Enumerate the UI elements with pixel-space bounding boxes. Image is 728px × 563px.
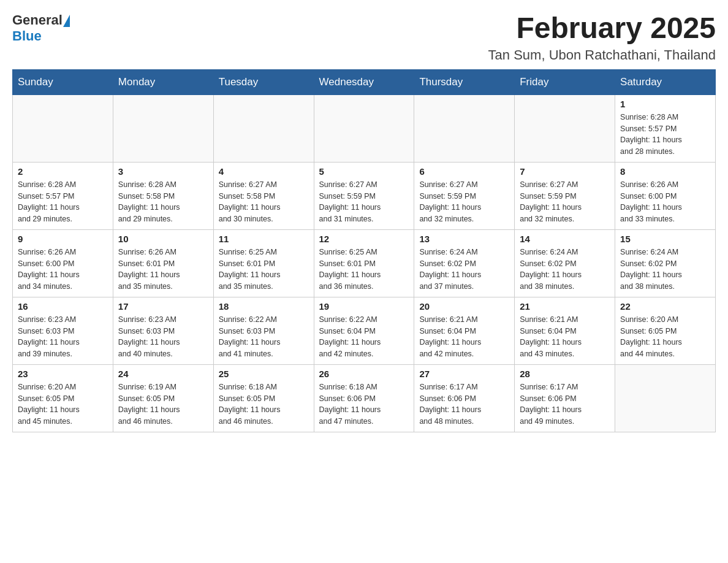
calendar-day-cell bbox=[314, 94, 414, 162]
calendar-day-cell: 28Sunrise: 6:17 AM Sunset: 6:06 PM Dayli… bbox=[515, 364, 615, 432]
day-info: Sunrise: 6:25 AM Sunset: 6:01 PM Dayligh… bbox=[319, 247, 409, 293]
weekday-header-row: Sunday Monday Tuesday Wednesday Thursday… bbox=[13, 69, 716, 94]
calendar-day-cell: 14Sunrise: 6:24 AM Sunset: 6:02 PM Dayli… bbox=[515, 229, 615, 297]
day-info: Sunrise: 6:28 AM Sunset: 5:57 PM Dayligh… bbox=[620, 112, 710, 158]
logo-general-text: General bbox=[12, 12, 63, 28]
calendar-day-cell: 4Sunrise: 6:27 AM Sunset: 5:58 PM Daylig… bbox=[213, 162, 314, 229]
day-info: Sunrise: 6:17 AM Sunset: 6:06 PM Dayligh… bbox=[520, 381, 610, 427]
calendar-day-cell: 6Sunrise: 6:27 AM Sunset: 5:59 PM Daylig… bbox=[414, 162, 515, 229]
day-number: 24 bbox=[118, 369, 208, 379]
day-number: 15 bbox=[620, 234, 710, 244]
calendar-day-cell bbox=[414, 94, 515, 162]
day-number: 4 bbox=[219, 166, 309, 177]
header-saturday: Saturday bbox=[615, 69, 716, 94]
calendar-day-cell bbox=[113, 94, 213, 162]
day-info: Sunrise: 6:23 AM Sunset: 6:03 PM Dayligh… bbox=[18, 314, 108, 360]
calendar-day-cell: 3Sunrise: 6:28 AM Sunset: 5:58 PM Daylig… bbox=[113, 162, 213, 229]
calendar-day-cell: 27Sunrise: 6:17 AM Sunset: 6:06 PM Dayli… bbox=[414, 364, 515, 432]
header-friday: Friday bbox=[515, 69, 615, 94]
day-number: 9 bbox=[18, 234, 108, 244]
calendar-day-cell bbox=[13, 94, 113, 162]
calendar-day-cell: 20Sunrise: 6:21 AM Sunset: 6:04 PM Dayli… bbox=[414, 297, 515, 364]
calendar-day-cell: 19Sunrise: 6:22 AM Sunset: 6:04 PM Dayli… bbox=[314, 297, 414, 364]
logo-blue-text: Blue bbox=[12, 28, 42, 44]
day-info: Sunrise: 6:21 AM Sunset: 6:04 PM Dayligh… bbox=[520, 314, 610, 360]
calendar-day-cell: 13Sunrise: 6:24 AM Sunset: 6:02 PM Dayli… bbox=[414, 229, 515, 297]
logo-triangle-icon bbox=[63, 15, 70, 27]
day-number: 5 bbox=[319, 166, 409, 177]
day-number: 1 bbox=[620, 99, 710, 109]
header-monday: Monday bbox=[113, 69, 213, 94]
day-number: 11 bbox=[219, 234, 309, 244]
day-info: Sunrise: 6:27 AM Sunset: 5:58 PM Dayligh… bbox=[219, 179, 309, 225]
day-number: 19 bbox=[319, 301, 409, 312]
day-info: Sunrise: 6:18 AM Sunset: 6:05 PM Dayligh… bbox=[219, 381, 309, 427]
calendar-week-row: 23Sunrise: 6:20 AM Sunset: 6:05 PM Dayli… bbox=[13, 364, 716, 432]
day-info: Sunrise: 6:26 AM Sunset: 6:01 PM Dayligh… bbox=[118, 247, 208, 293]
calendar-day-cell: 7Sunrise: 6:27 AM Sunset: 5:59 PM Daylig… bbox=[515, 162, 615, 229]
calendar-day-cell: 12Sunrise: 6:25 AM Sunset: 6:01 PM Dayli… bbox=[314, 229, 414, 297]
day-number: 14 bbox=[520, 234, 610, 244]
calendar-day-cell: 2Sunrise: 6:28 AM Sunset: 5:57 PM Daylig… bbox=[13, 162, 113, 229]
day-number: 25 bbox=[219, 369, 309, 379]
calendar-day-cell: 21Sunrise: 6:21 AM Sunset: 6:04 PM Dayli… bbox=[515, 297, 615, 364]
day-info: Sunrise: 6:22 AM Sunset: 6:04 PM Dayligh… bbox=[319, 314, 409, 360]
day-number: 6 bbox=[419, 166, 509, 177]
day-info: Sunrise: 6:27 AM Sunset: 5:59 PM Dayligh… bbox=[520, 179, 610, 225]
calendar-day-cell: 24Sunrise: 6:19 AM Sunset: 6:05 PM Dayli… bbox=[113, 364, 213, 432]
calendar-day-cell: 5Sunrise: 6:27 AM Sunset: 5:59 PM Daylig… bbox=[314, 162, 414, 229]
day-number: 16 bbox=[18, 301, 108, 312]
day-number: 20 bbox=[419, 301, 509, 312]
calendar-week-row: 2Sunrise: 6:28 AM Sunset: 5:57 PM Daylig… bbox=[13, 162, 716, 229]
header-tuesday: Tuesday bbox=[213, 69, 314, 94]
title-area: February 2025 Tan Sum, Ubon Ratchathani,… bbox=[488, 12, 716, 63]
day-number: 21 bbox=[520, 301, 610, 312]
day-info: Sunrise: 6:27 AM Sunset: 5:59 PM Dayligh… bbox=[419, 179, 509, 225]
day-info: Sunrise: 6:19 AM Sunset: 6:05 PM Dayligh… bbox=[118, 381, 208, 427]
day-number: 2 bbox=[18, 166, 108, 177]
calendar-day-cell: 1Sunrise: 6:28 AM Sunset: 5:57 PM Daylig… bbox=[615, 94, 716, 162]
day-number: 22 bbox=[620, 301, 710, 312]
calendar-day-cell: 17Sunrise: 6:23 AM Sunset: 6:03 PM Dayli… bbox=[113, 297, 213, 364]
day-number: 23 bbox=[18, 369, 108, 379]
calendar-day-cell: 22Sunrise: 6:20 AM Sunset: 6:05 PM Dayli… bbox=[615, 297, 716, 364]
calendar-day-cell: 11Sunrise: 6:25 AM Sunset: 6:01 PM Dayli… bbox=[213, 229, 314, 297]
header-thursday: Thursday bbox=[414, 69, 515, 94]
day-info: Sunrise: 6:21 AM Sunset: 6:04 PM Dayligh… bbox=[419, 314, 509, 360]
day-number: 28 bbox=[520, 369, 610, 379]
calendar-week-row: 1Sunrise: 6:28 AM Sunset: 5:57 PM Daylig… bbox=[13, 94, 716, 162]
logo: General Blue bbox=[12, 12, 70, 44]
calendar-day-cell: 15Sunrise: 6:24 AM Sunset: 6:02 PM Dayli… bbox=[615, 229, 716, 297]
calendar-day-cell: 25Sunrise: 6:18 AM Sunset: 6:05 PM Dayli… bbox=[213, 364, 314, 432]
header-wednesday: Wednesday bbox=[314, 69, 414, 94]
calendar-day-cell: 10Sunrise: 6:26 AM Sunset: 6:01 PM Dayli… bbox=[113, 229, 213, 297]
day-number: 3 bbox=[118, 166, 208, 177]
day-number: 12 bbox=[319, 234, 409, 244]
day-info: Sunrise: 6:18 AM Sunset: 6:06 PM Dayligh… bbox=[319, 381, 409, 427]
day-number: 10 bbox=[118, 234, 208, 244]
day-info: Sunrise: 6:17 AM Sunset: 6:06 PM Dayligh… bbox=[419, 381, 509, 427]
calendar-day-cell: 26Sunrise: 6:18 AM Sunset: 6:06 PM Dayli… bbox=[314, 364, 414, 432]
day-number: 13 bbox=[419, 234, 509, 244]
page-header: General Blue February 2025 Tan Sum, Ubon… bbox=[12, 12, 716, 63]
calendar-table: Sunday Monday Tuesday Wednesday Thursday… bbox=[12, 69, 716, 432]
day-info: Sunrise: 6:26 AM Sunset: 6:00 PM Dayligh… bbox=[620, 179, 710, 225]
calendar-day-cell bbox=[213, 94, 314, 162]
calendar-header: Sunday Monday Tuesday Wednesday Thursday… bbox=[13, 69, 716, 94]
calendar-day-cell: 18Sunrise: 6:22 AM Sunset: 6:03 PM Dayli… bbox=[213, 297, 314, 364]
location-title: Tan Sum, Ubon Ratchathani, Thailand bbox=[488, 47, 716, 63]
day-info: Sunrise: 6:28 AM Sunset: 5:57 PM Dayligh… bbox=[18, 179, 108, 225]
calendar-day-cell bbox=[515, 94, 615, 162]
calendar-week-row: 16Sunrise: 6:23 AM Sunset: 6:03 PM Dayli… bbox=[13, 297, 716, 364]
header-sunday: Sunday bbox=[13, 69, 113, 94]
calendar-body: 1Sunrise: 6:28 AM Sunset: 5:57 PM Daylig… bbox=[13, 94, 716, 432]
calendar-day-cell: 9Sunrise: 6:26 AM Sunset: 6:00 PM Daylig… bbox=[13, 229, 113, 297]
day-info: Sunrise: 6:24 AM Sunset: 6:02 PM Dayligh… bbox=[620, 247, 710, 293]
calendar-day-cell: 23Sunrise: 6:20 AM Sunset: 6:05 PM Dayli… bbox=[13, 364, 113, 432]
day-info: Sunrise: 6:24 AM Sunset: 6:02 PM Dayligh… bbox=[419, 247, 509, 293]
day-number: 8 bbox=[620, 166, 710, 177]
calendar-day-cell bbox=[615, 364, 716, 432]
day-info: Sunrise: 6:20 AM Sunset: 6:05 PM Dayligh… bbox=[620, 314, 710, 360]
day-number: 7 bbox=[520, 166, 610, 177]
calendar-day-cell: 8Sunrise: 6:26 AM Sunset: 6:00 PM Daylig… bbox=[615, 162, 716, 229]
